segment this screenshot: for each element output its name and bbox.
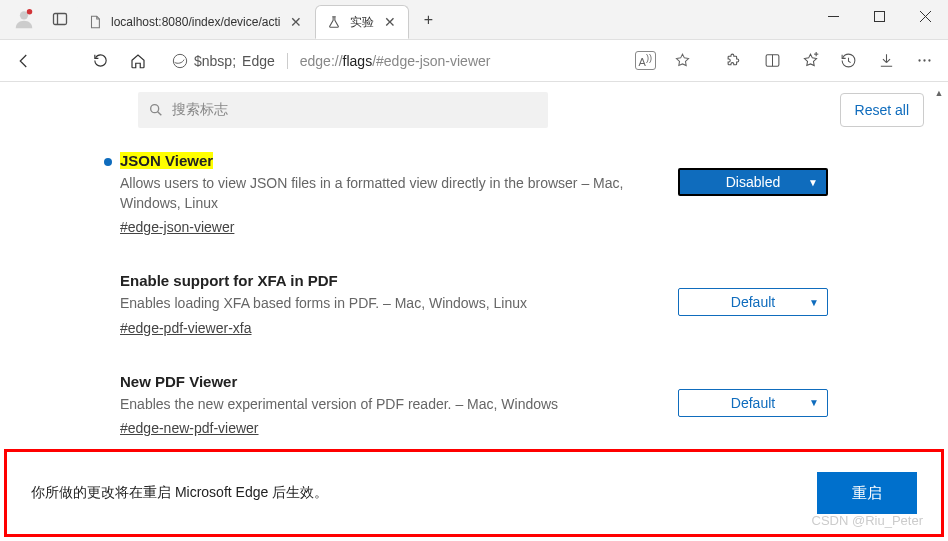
flag-description: Enables loading XFA based forms in PDF. …: [120, 294, 654, 314]
flag-hash-link[interactable]: #edge-new-pdf-viewer: [120, 420, 259, 436]
flag-description: Allows users to view JSON files in a for…: [120, 174, 654, 213]
maximize-button[interactable]: [856, 0, 902, 32]
tab-active[interactable]: 实验 ✕: [315, 5, 409, 39]
svg-point-13: [918, 59, 920, 61]
flag-info: Enable support for XFA in PDFEnables loa…: [120, 272, 654, 337]
search-row: 搜索标志 Reset all: [0, 82, 948, 138]
flag-select[interactable]: Default▼: [678, 389, 828, 417]
flag-control: Disabled▼: [678, 152, 828, 236]
banner-text: 你所做的更改将在重启 Microsoft Edge 后生效。: [31, 484, 328, 502]
separator: [287, 53, 288, 69]
favorite-icon[interactable]: [664, 45, 700, 77]
address-bar[interactable]: $nbsp;Edge edge://flags/#edge-json-viewe…: [164, 46, 708, 76]
close-icon[interactable]: ✕: [382, 14, 398, 30]
flag-row: Enable support for XFA in PDFEnables loa…: [120, 258, 828, 359]
flag-hash-link[interactable]: #edge-pdf-viewer-xfa: [120, 320, 252, 336]
flag-description: Enables the new experimental version of …: [120, 395, 654, 415]
home-button[interactable]: [120, 45, 156, 77]
flag-control: Default▼: [678, 272, 828, 337]
forward-button: [44, 45, 80, 77]
restart-banner: 你所做的更改将在重启 Microsoft Edge 后生效。 重启 CSDN @…: [4, 449, 944, 537]
window-controls: [810, 0, 948, 39]
profile-icon[interactable]: [10, 5, 38, 33]
flags-list: JSON ViewerAllows users to view JSON fil…: [0, 138, 948, 459]
svg-line-17: [158, 112, 162, 116]
toolbar-actions: [716, 45, 942, 77]
refresh-button[interactable]: [82, 45, 118, 77]
extensions-icon[interactable]: [716, 45, 752, 77]
page-content: 搜索标志 Reset all JSON ViewerAllows users t…: [0, 82, 948, 541]
svg-point-1: [27, 9, 33, 14]
window-titlebar: localhost:8080/index/device/acti ✕ 实验 ✕ …: [0, 0, 948, 40]
scroll-up-icon[interactable]: ▲: [932, 86, 946, 100]
favorites-icon[interactable]: [792, 45, 828, 77]
history-icon[interactable]: [830, 45, 866, 77]
minimize-button[interactable]: [810, 0, 856, 32]
flag-info: New PDF ViewerEnables the new experiment…: [120, 373, 654, 438]
flag-control: Default▼: [678, 373, 828, 438]
restart-button[interactable]: 重启: [817, 472, 917, 514]
close-window-button[interactable]: [902, 0, 948, 32]
flag-hash-link[interactable]: #edge-json-viewer: [120, 219, 234, 235]
edge-label: Edge: [242, 53, 275, 69]
watermark: CSDN @Riu_Peter: [812, 513, 923, 528]
menu-icon[interactable]: [906, 45, 942, 77]
tab-title: 实验: [350, 14, 374, 31]
split-screen-icon[interactable]: [754, 45, 790, 77]
url-text: edge://flags/#edge-json-viewer: [300, 53, 627, 69]
tab-strip: localhost:8080/index/device/acti ✕ 实验 ✕ …: [76, 0, 810, 39]
svg-rect-5: [874, 11, 884, 21]
tab-title: localhost:8080/index/device/acti: [111, 15, 280, 29]
svg-point-8: [173, 54, 186, 67]
browser-toolbar: $nbsp;Edge edge://flags/#edge-json-viewe…: [0, 40, 948, 82]
downloads-icon[interactable]: [868, 45, 904, 77]
flag-title: Enable support for XFA in PDF: [120, 272, 338, 289]
search-placeholder: 搜索标志: [172, 101, 228, 119]
flag-row: JSON ViewerAllows users to view JSON fil…: [120, 138, 828, 258]
chevron-down-icon: ▼: [809, 297, 819, 308]
site-identity[interactable]: $nbsp;Edge: [172, 53, 275, 69]
chevron-down-icon: ▼: [808, 177, 818, 188]
new-tab-button[interactable]: +: [413, 5, 443, 35]
tab-inactive[interactable]: localhost:8080/index/device/acti ✕: [76, 5, 315, 39]
svg-rect-2: [54, 14, 67, 25]
modified-dot-icon: [104, 158, 112, 166]
close-icon[interactable]: ✕: [288, 14, 304, 30]
flag-title: New PDF Viewer: [120, 373, 237, 390]
flask-icon: [326, 14, 342, 30]
search-input[interactable]: 搜索标志: [138, 92, 548, 128]
flag-select[interactable]: Disabled▼: [678, 168, 828, 196]
svg-point-15: [928, 59, 930, 61]
reset-all-button[interactable]: Reset all: [840, 93, 924, 127]
svg-point-16: [151, 105, 159, 113]
page-icon: [87, 14, 103, 30]
flag-info: JSON ViewerAllows users to view JSON fil…: [120, 152, 654, 236]
flag-title: JSON Viewer: [120, 152, 213, 169]
scrollbar[interactable]: ▲: [932, 86, 946, 246]
search-icon: [148, 102, 164, 118]
tab-actions-icon[interactable]: [44, 3, 76, 35]
select-value: Disabled: [726, 174, 780, 190]
select-value: Default: [731, 294, 775, 310]
svg-point-14: [923, 59, 925, 61]
select-value: Default: [731, 395, 775, 411]
flag-select[interactable]: Default▼: [678, 288, 828, 316]
chevron-down-icon: ▼: [809, 397, 819, 408]
flag-row: New PDF ViewerEnables the new experiment…: [120, 359, 828, 460]
back-button[interactable]: [6, 45, 42, 77]
read-aloud-icon[interactable]: A)): [635, 51, 656, 70]
